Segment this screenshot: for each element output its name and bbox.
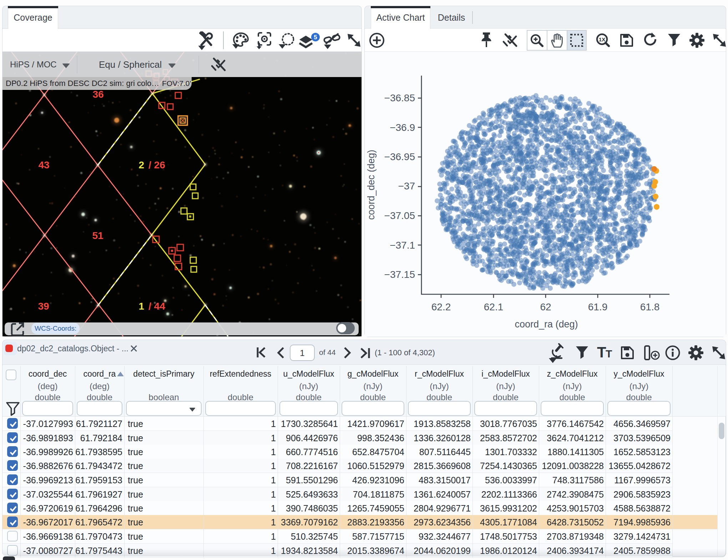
svg-text:1: 1 — [138, 301, 144, 312]
svg-text:1X: 1X — [599, 36, 605, 42]
svg-text:coord_ra (deg): coord_ra (deg) — [515, 319, 578, 330]
svg-text:T: T — [597, 345, 606, 361]
svg-text:43: 43 — [38, 159, 49, 170]
svg-text:−37.1: −37.1 — [390, 240, 415, 251]
svg-text:T: T — [606, 348, 612, 360]
svg-text:61.8: 61.8 — [640, 301, 660, 312]
svg-text:−37.05: −37.05 — [384, 210, 415, 221]
svg-text:62: 62 — [540, 301, 551, 312]
svg-text:62.1: 62.1 — [484, 301, 504, 312]
svg-text:36: 36 — [92, 89, 103, 100]
svg-text:61.9: 61.9 — [588, 301, 608, 312]
svg-text:−36.85: −36.85 — [384, 92, 415, 103]
svg-text:−37.15: −37.15 — [384, 269, 415, 280]
svg-text:−36.95: −36.95 — [384, 151, 415, 162]
svg-text:/ 44: / 44 — [148, 301, 165, 312]
svg-text:−37: −37 — [398, 180, 415, 192]
svg-text:5: 5 — [314, 34, 317, 41]
svg-text:−36.9: −36.9 — [390, 122, 415, 133]
svg-text:/ 26: / 26 — [148, 159, 165, 170]
svg-text:coord_dec (deg): coord_dec (deg) — [366, 150, 376, 220]
svg-text:39: 39 — [38, 301, 49, 312]
svg-text:62.2: 62.2 — [431, 301, 451, 312]
svg-text:2: 2 — [138, 159, 144, 170]
svg-text:51: 51 — [92, 230, 103, 241]
